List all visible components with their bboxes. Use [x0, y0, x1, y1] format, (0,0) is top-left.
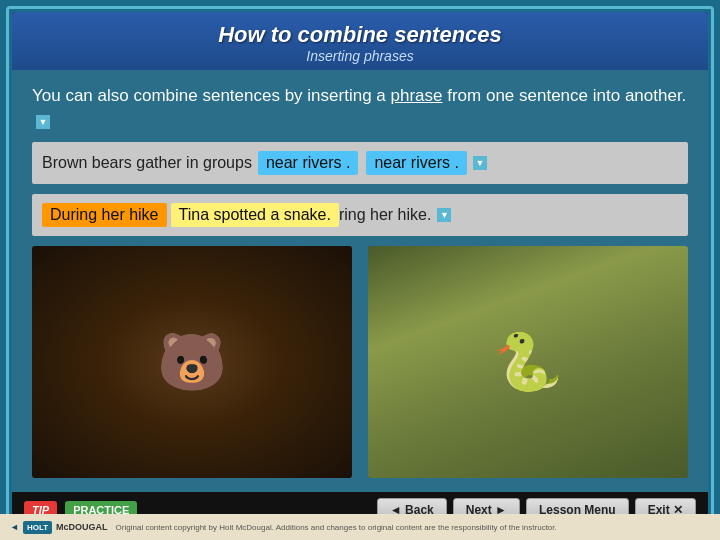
- sentence2-base: During her hike: [42, 203, 167, 227]
- content-area: You can also combine sentences by insert…: [12, 70, 708, 492]
- intro-text-1: You can also combine sentences by insert…: [32, 86, 386, 105]
- bear-image-box: 🐻: [32, 246, 352, 478]
- snake-icon: 🐍: [493, 329, 563, 395]
- intro-phrase-word: phrase: [391, 86, 443, 105]
- sentence1-base: Brown bears gather in groups: [42, 154, 252, 172]
- page-title: How to combine sentences: [32, 22, 688, 48]
- bear-icon: 🐻: [157, 329, 227, 395]
- sentence2-arrow-icon: ▼: [437, 208, 451, 222]
- sentence2-highlight: Tina spotted a snake.: [171, 203, 339, 227]
- sentence-row-2: During her hike Tina spotted a snake. ri…: [32, 194, 688, 236]
- intro-arrow-icon: ▼: [36, 115, 50, 129]
- holt-logo-box: HOLT: [23, 521, 52, 534]
- images-row: 🐻 🐍: [32, 246, 688, 478]
- holt-arrow-icon: ◄: [10, 522, 19, 532]
- title-bar: How to combine sentences Inserting phras…: [12, 12, 708, 70]
- sentence-row-1: Brown bears gather in groups near rivers…: [32, 142, 688, 184]
- page-subtitle: Inserting phrases: [32, 48, 688, 64]
- bear-image: 🐻: [32, 246, 352, 478]
- sentence1-highlight: near rivers .: [258, 151, 358, 175]
- sentence1-arrow-icon: ▼: [473, 156, 487, 170]
- holt-brand: McDOUGAL: [56, 522, 108, 532]
- snake-image-box: 🐍: [368, 246, 688, 478]
- sentence1-duplicate: near rivers .: [366, 151, 466, 175]
- main-container: How to combine sentences Inserting phras…: [12, 12, 708, 528]
- intro-text-3: from one sentence into another.: [447, 86, 686, 105]
- intro-paragraph: You can also combine sentences by insert…: [32, 84, 688, 132]
- copyright-text: Original content copyright by Holt McDou…: [116, 523, 557, 532]
- holt-logo: ◄ HOLT McDOUGAL: [10, 521, 108, 534]
- sentence2-overlap: ring her hike.: [339, 206, 432, 224]
- snake-image: 🐍: [368, 246, 688, 478]
- footer-bar: ◄ HOLT McDOUGAL Original content copyrig…: [0, 514, 720, 540]
